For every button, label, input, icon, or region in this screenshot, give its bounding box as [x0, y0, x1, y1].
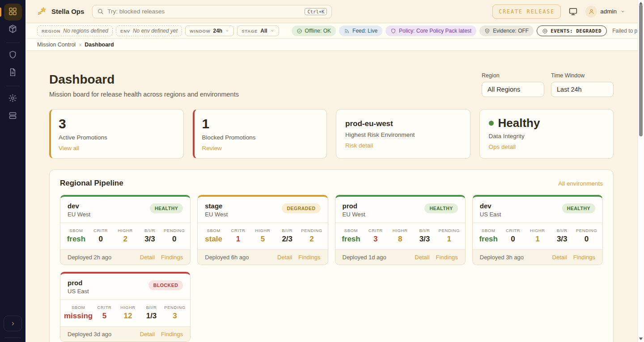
chevron-down-icon [620, 8, 626, 14]
pipeline-card-footer: Deployed 2h agoDetailFindings [60, 249, 190, 265]
sidebar-expand-button[interactable] [4, 316, 22, 331]
global-search[interactable]: Ctrl+K [92, 5, 332, 18]
search-input[interactable] [107, 8, 301, 15]
policy-status-pill[interactable]: Policy: Core Policy Pack latest [386, 25, 476, 36]
summary-label: Highest Risk Environment [345, 131, 461, 138]
nav-infrastructure[interactable] [4, 108, 22, 125]
detail-link[interactable]: Detail [140, 254, 155, 261]
healthy-dot [489, 121, 494, 126]
stat-header: SBOM [64, 228, 89, 233]
stat-value: 5 [250, 235, 275, 244]
events-status-pill[interactable]: EVENTS: DEGRADED [537, 25, 607, 36]
region-filter-select[interactable]: All Regions [482, 82, 544, 97]
page-scrollbar[interactable] [637, 0, 644, 342]
breadcrumb-separator: › [79, 42, 81, 48]
nav-releases[interactable] [4, 21, 22, 38]
create-release-button[interactable]: CREATE RELEASE [492, 4, 561, 19]
brand[interactable]: Stella Ops [37, 6, 84, 17]
stat-sbom: SBOMfresh [339, 228, 364, 244]
pipeline-stats: SBOMfreshCRITR0HIGHR1B/I/R3/3PENDING0 [473, 223, 602, 249]
sidebar-items [4, 4, 22, 125]
nav-dashboard[interactable] [4, 4, 22, 21]
scrollbar-thumb[interactable] [639, 4, 643, 136]
user-menu[interactable]: admin [585, 6, 626, 17]
chip-label: STAGE [242, 29, 258, 34]
feed-status-pill[interactable]: Feed: Live [339, 25, 382, 36]
summary-value: 3 [59, 117, 174, 131]
all-environments-link[interactable]: All environments [558, 180, 603, 187]
stat-header: PENDING [437, 228, 462, 233]
stat-value: 0 [501, 235, 525, 244]
findings-link[interactable]: Findings [436, 254, 458, 261]
stage-chip[interactable]: STAGEAll [237, 25, 279, 36]
window-chip[interactable]: WINDOW24h [185, 25, 234, 36]
summary-link[interactable]: Ops detail [489, 144, 516, 150]
status-badge: HEALTHY [150, 203, 183, 213]
findings-link[interactable]: Findings [573, 254, 595, 261]
stat-value: 8 [388, 235, 412, 244]
summary-link[interactable]: Risk detail [345, 142, 373, 149]
environment-identity: prodUS East [68, 279, 89, 295]
pipeline-card-header: devUS EastHEALTHY [473, 197, 602, 223]
status-badge: DEGRADED [282, 203, 320, 213]
server-icon [8, 111, 17, 122]
detail-link[interactable]: Detail [140, 331, 155, 338]
summary-link[interactable]: Review [202, 145, 222, 152]
detail-link[interactable]: Detail [552, 254, 567, 261]
detail-link[interactable]: Detail [277, 254, 292, 261]
findings-link[interactable]: Findings [161, 254, 183, 261]
stat-critr: CRITR0 [501, 228, 525, 244]
nav-settings[interactable] [4, 90, 22, 107]
stat-header: B/I/R [550, 228, 574, 233]
nav-documents[interactable] [4, 64, 22, 81]
pipeline-links: DetailFindings [277, 254, 320, 261]
pipeline-card-prod-eu-west: prodEU WestHEALTHYSBOMfreshCRITR3HIGHR8B… [335, 195, 466, 265]
summary-link[interactable]: View all [59, 145, 79, 152]
deployed-time: Deployed 3d ago [68, 331, 111, 338]
package-icon [8, 24, 17, 35]
time-window-filter-select[interactable]: Last 24h [551, 82, 614, 97]
stat-pending: PENDING3 [163, 305, 187, 321]
regional-pipeline-header: Regional Pipeline All environments [60, 179, 603, 188]
document-icon [8, 68, 17, 79]
detail-link[interactable]: Detail [415, 254, 429, 261]
stat-header: HIGHR [388, 228, 412, 233]
chip-value: 24h [213, 28, 223, 34]
region-filter-label: Region [482, 72, 544, 79]
stat-header: B/I/R [412, 228, 437, 233]
pipeline-card-header: devEU WestHEALTHY [60, 197, 190, 223]
stat-b-i-r: B/I/R3/3 [138, 228, 162, 244]
findings-link[interactable]: Findings [298, 254, 320, 261]
offline-status-pill[interactable]: Offline: OK [292, 25, 336, 36]
nav-security[interactable] [4, 47, 22, 64]
evidence-status-pill[interactable]: Evidence: OFF [479, 25, 534, 36]
status-badge: HEALTHY [562, 203, 595, 213]
stat-header: CRITR [93, 305, 116, 310]
pipeline-card-footer: Deployed 1d agoDetailFindings [335, 249, 465, 265]
stat-critr: CRITR1 [226, 228, 250, 244]
stat-header: PENDING [300, 228, 324, 233]
stat-sbom: SBOMfresh [476, 228, 501, 244]
region-chip: REGIONNo regions defined [37, 25, 113, 36]
stat-critr: CRITR3 [363, 228, 388, 244]
status-badge: BLOCKED [148, 280, 183, 290]
stat-critr: CRITR5 [93, 305, 116, 321]
pipeline-stats: SBOMmissingCRITR5HIGHR12B/I/R1/3PENDING3 [60, 300, 190, 326]
nav-divider [6, 42, 20, 43]
scrollbar-down-arrow[interactable] [639, 338, 643, 340]
pipeline-links: DetailFindings [415, 254, 458, 261]
breadcrumb-mission-control[interactable]: Mission Control [37, 42, 76, 48]
shield-icon [8, 50, 17, 61]
stat-header: B/I/R [140, 305, 163, 310]
monitor-icon[interactable] [568, 7, 578, 16]
pipeline-grid: devEU WestHEALTHYSBOMfreshCRITR0HIGHR2B/… [60, 195, 603, 342]
regional-pipeline-panel: Regional Pipeline All environments devEU… [49, 169, 614, 342]
environment-region: EU West [205, 211, 228, 218]
findings-link[interactable]: Findings [161, 331, 183, 338]
shooting-star-icon [37, 6, 47, 17]
deployed-time: Deployed 1d ago [343, 254, 386, 261]
pipeline-stats: SBOMstaleCRITR1HIGHR5B/I/R2/3PENDING2 [198, 223, 327, 249]
stat-value: 3 [363, 235, 388, 244]
active-promotions-card: 3Active PromotionsView all [49, 109, 184, 159]
circle-dot-icon [542, 28, 548, 34]
